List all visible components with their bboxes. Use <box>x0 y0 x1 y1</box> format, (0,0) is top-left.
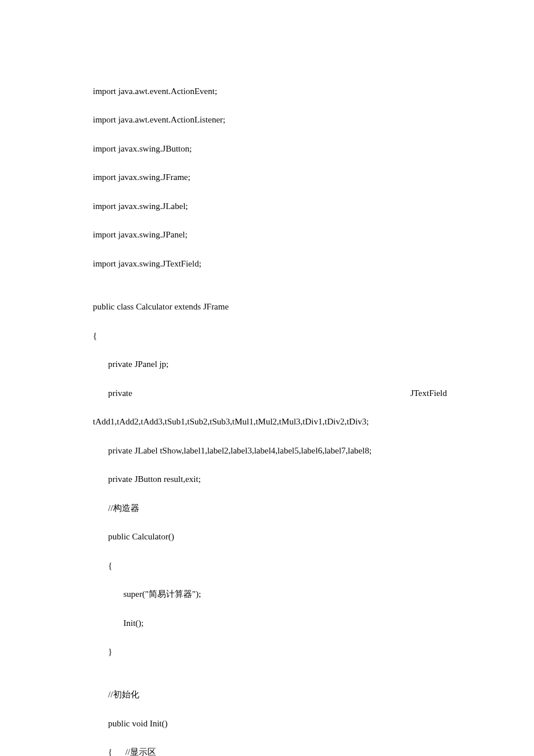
code-line: Init(); <box>93 616 447 631</box>
code-line: public Calculator() <box>93 530 447 544</box>
code-line: import javax.swing.JPanel; <box>93 228 447 242</box>
code-line: import javax.swing.JTextField; <box>93 257 447 271</box>
code-line: public class Calculator extends JFrame <box>93 300 447 314</box>
code-line: //构造器 <box>93 501 447 516</box>
code-line-justified: privateJTextField <box>93 386 447 401</box>
code-line: { <box>93 329 447 343</box>
code-line: super("简易计算器"); <box>93 587 447 602</box>
code-line: } <box>93 645 447 659</box>
code-fragment: JTextField <box>410 386 447 401</box>
code-line: import javax.swing.JFrame; <box>93 170 447 185</box>
code-line: import javax.swing.JButton; <box>93 142 447 156</box>
code-line: private JPanel jp; <box>93 357 447 372</box>
code-document: import java.awt.event.ActionEvent; impor… <box>0 0 534 756</box>
code-line: tAdd1,tAdd2,tAdd3,tSub1,tSub2,tSub3,tMul… <box>93 415 447 429</box>
code-line: private JLabel tShow,label1,label2,label… <box>93 444 447 458</box>
code-line: { //显示区 <box>93 745 447 756</box>
code-line: import java.awt.event.ActionEvent; <box>93 84 447 99</box>
code-line: import java.awt.event.ActionListener; <box>93 113 447 127</box>
code-fragment: private <box>93 386 132 401</box>
code-line: public void Init() <box>93 717 447 731</box>
code-line: private JButton result,exit; <box>93 472 447 487</box>
code-line: //初始化 <box>93 687 447 702</box>
code-line: { <box>93 559 447 573</box>
code-line: import javax.swing.JLabel; <box>93 199 447 214</box>
